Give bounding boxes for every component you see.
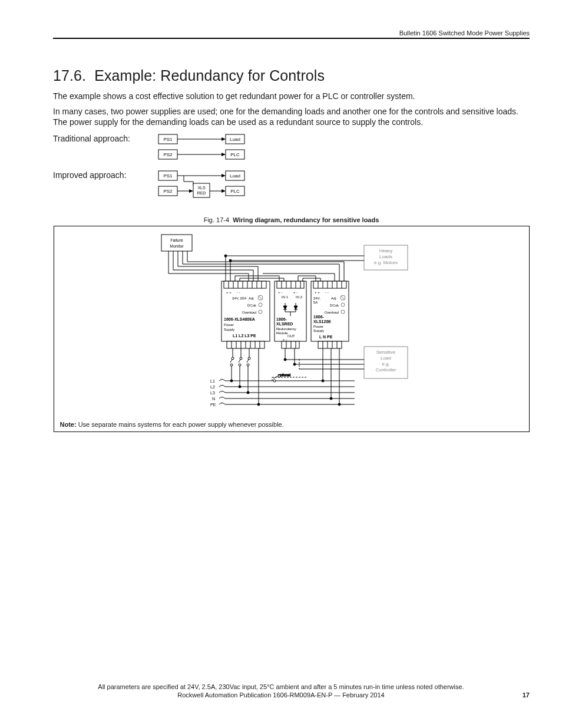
ps480-dcok: DCok bbox=[247, 304, 256, 307]
svg-text:-  -: - - bbox=[325, 291, 329, 294]
svg-point-142 bbox=[230, 364, 233, 366]
ps480-rating: 24V, 20A bbox=[232, 297, 246, 300]
box-ps1: PS1 bbox=[163, 173, 173, 179]
mains-l2: L2 bbox=[210, 385, 215, 389]
svg-rect-22 bbox=[161, 235, 192, 251]
wiring-diagram-box: Failure Monitor Heavy Loads e.g. Motors … bbox=[54, 226, 530, 432]
svg-point-160 bbox=[257, 403, 260, 406]
improved-label: Improved approach: bbox=[53, 169, 158, 180]
svg-point-168 bbox=[338, 403, 340, 406]
paragraph-1: The example shows a cost effective solut… bbox=[53, 91, 530, 102]
svg-text:+  -: + - bbox=[278, 291, 282, 294]
svg-point-152 bbox=[247, 364, 249, 366]
svg-point-147 bbox=[239, 364, 241, 366]
ps480-overload: Overload bbox=[242, 311, 256, 314]
top-wires bbox=[168, 251, 364, 281]
svg-point-171 bbox=[278, 375, 280, 377]
svg-point-135 bbox=[293, 363, 296, 365]
svg-rect-88 bbox=[318, 341, 342, 348]
ps480-module: + + - - 24V, 20A Adj DCok Overload 1606-… bbox=[222, 281, 270, 348]
svg-point-164 bbox=[322, 380, 324, 382]
note-text: Use separate mains systems for each powe… bbox=[77, 421, 284, 428]
improved-diagram: PS1 Load PS2 XLS RED PLC bbox=[158, 169, 246, 201]
ps480-name: 1606-XLS480EA bbox=[224, 317, 255, 321]
svg-point-98 bbox=[229, 259, 232, 262]
section-heading: 17.6. Example: Redundancy for Controls bbox=[53, 67, 530, 84]
svg-marker-2 bbox=[222, 137, 226, 141]
ps120-rating: 24V, bbox=[313, 297, 320, 300]
svg-text:+ +: + + bbox=[226, 291, 232, 294]
box-plc: PLC bbox=[230, 189, 240, 194]
failure-monitor-l2: Monitor bbox=[170, 244, 184, 248]
mains-pe: PE bbox=[210, 403, 216, 407]
traditional-diagram: PS1 Load PS2 PLC bbox=[158, 133, 246, 164]
ps120-module: + + - - 24V, 5A Adj DCok Overload 1606- … bbox=[311, 281, 349, 348]
page-footer: All parameters are specified at 24V, 2.5… bbox=[0, 683, 562, 699]
svg-point-158 bbox=[239, 386, 241, 388]
ps120-overload: Overload bbox=[324, 311, 338, 314]
note-bold: Note: bbox=[60, 421, 77, 428]
footer-line1: All parameters are specified at 24V, 2.5… bbox=[0, 683, 562, 690]
svg-marker-6 bbox=[222, 153, 226, 156]
svg-text:Supply: Supply bbox=[313, 329, 324, 332]
paragraph-2: In many cases, two power supplies are us… bbox=[53, 107, 530, 128]
svg-text:+   -: + - bbox=[283, 338, 287, 341]
mains-n: N bbox=[212, 397, 215, 401]
svg-text:Power: Power bbox=[313, 325, 323, 328]
footer-line2: Rockwell Automation Publication 1606-RM0… bbox=[177, 691, 384, 699]
svg-point-134 bbox=[284, 358, 286, 361]
header-rule bbox=[53, 38, 530, 39]
failure-monitor-l1: Failure bbox=[170, 238, 183, 242]
svg-text:+  -: + - bbox=[293, 291, 297, 294]
ps120-terminals-label: L N PE bbox=[319, 335, 333, 339]
svg-text:-  -: - - bbox=[237, 291, 240, 294]
section-number: 17.6. bbox=[53, 67, 86, 84]
mains-l1: L1 bbox=[210, 379, 215, 383]
sensitive-l3: e.g. bbox=[382, 361, 389, 367]
box-xlsred-l1: XLS bbox=[197, 186, 206, 190]
box-xlsred-l2: RED bbox=[197, 191, 206, 195]
ps480-adj: Adj bbox=[249, 297, 254, 300]
ps120-name-l2: XLS120E bbox=[313, 319, 331, 324]
box-plc: PLC bbox=[230, 152, 240, 157]
ps120-dcok: DCok bbox=[329, 304, 339, 307]
svg-rect-67 bbox=[282, 341, 299, 348]
svg-point-166 bbox=[330, 397, 332, 400]
heavy-loads-l1: Heavy bbox=[379, 248, 392, 253]
mains-l3: L3 bbox=[210, 391, 215, 395]
svg-rect-50 bbox=[277, 281, 304, 288]
svg-text:+ +: + + bbox=[315, 291, 320, 294]
xlsred-module: + - + - IN 1 IN 2 1606- XLSRED Redu bbox=[275, 281, 306, 348]
ps480-terminals-label: L1 L2 L3 PE bbox=[233, 334, 256, 338]
svg-point-97 bbox=[224, 255, 227, 257]
svg-marker-20 bbox=[222, 189, 226, 193]
box-ps2: PS2 bbox=[163, 152, 173, 157]
figure-title: Wiring diagram, redundancy for sensitive… bbox=[233, 216, 379, 223]
traditional-label: Traditional approach: bbox=[53, 133, 158, 143]
svg-rect-26 bbox=[224, 281, 266, 288]
svg-marker-14 bbox=[189, 189, 193, 193]
wiring-diagram: Failure Monitor Heavy Loads e.g. Motors … bbox=[60, 232, 523, 415]
box-load: Load bbox=[230, 137, 240, 142]
heavy-loads-l2: Loads bbox=[379, 254, 392, 259]
svg-point-149 bbox=[240, 357, 242, 360]
sensitive-l2: Load bbox=[381, 355, 391, 361]
page-number: 17 bbox=[523, 691, 530, 699]
in1-label: IN 1 bbox=[282, 295, 289, 299]
ps480-l3: Supply bbox=[224, 328, 234, 331]
svg-marker-10 bbox=[222, 174, 226, 177]
ps480-l2: Power bbox=[224, 323, 234, 327]
box-ps2: PS2 bbox=[163, 189, 173, 194]
sensitive-l1: Sensitive bbox=[376, 350, 395, 355]
out-to-sensitive bbox=[284, 348, 364, 369]
xlsred-name-l2: XLSRED bbox=[276, 322, 293, 326]
figure-caption: Fig. 17-4 Wiring diagram, redundancy for… bbox=[53, 216, 530, 223]
box-load: Load bbox=[230, 173, 240, 179]
sensitive-l4: Controller bbox=[375, 367, 396, 373]
figure-note: Note: Use separate mains systems for eac… bbox=[60, 421, 523, 428]
xlsred-l3: Module bbox=[276, 331, 288, 335]
svg-point-159 bbox=[247, 391, 249, 394]
xlsred-name-l1: 1606- bbox=[276, 317, 287, 321]
svg-point-144 bbox=[232, 357, 234, 360]
svg-point-154 bbox=[248, 357, 250, 360]
